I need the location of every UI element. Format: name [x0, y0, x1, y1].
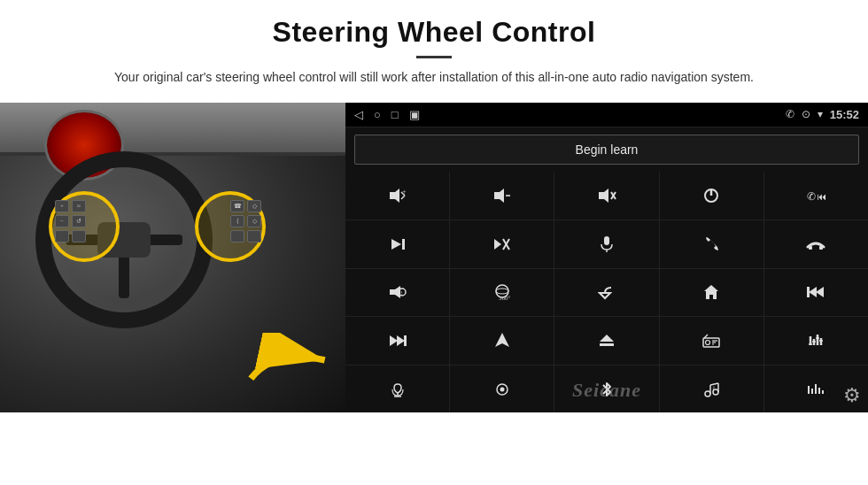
call-button[interactable] [660, 220, 763, 268]
svg-rect-36 [404, 335, 407, 346]
svg-marker-15 [391, 239, 401, 250]
svg-point-57 [500, 387, 504, 391]
yellow-arrow [244, 333, 332, 395]
sw-btn [72, 230, 86, 242]
back-nav-icon[interactable]: ◁ [354, 108, 363, 122]
svg-text:360°: 360° [499, 295, 511, 301]
page-title: Steering Wheel Control [53, 16, 815, 49]
360-button[interactable]: 360° [450, 269, 554, 317]
svg-rect-33 [807, 287, 810, 297]
status-bar: ◁ ○ □ ▣ ✆ ⊙ ▾ 15:52 [345, 103, 868, 127]
page-wrapper: Steering Wheel Control Your original car… [0, 0, 868, 485]
content-area: + ≈ − ↺ ☎ ◇ ⟨ ◇ [0, 103, 868, 485]
signal-icon: ▣ [409, 108, 420, 122]
fast-forward-button[interactable] [345, 317, 449, 365]
home-button[interactable] [660, 269, 763, 317]
location-status-icon: ⊙ [802, 108, 810, 121]
svg-marker-5 [494, 189, 504, 203]
mute-button[interactable] [554, 172, 658, 219]
svg-point-28 [496, 289, 508, 294]
hang-up-button[interactable] [764, 220, 868, 268]
vol-down-button[interactable]: − [450, 172, 554, 219]
svg-rect-51 [812, 341, 816, 343]
svg-text:♪: ♪ [712, 384, 716, 391]
mic-button[interactable] [554, 220, 658, 268]
eject-button[interactable] [554, 317, 658, 365]
svg-text:⏮: ⏮ [817, 191, 825, 202]
svg-marker-34 [390, 335, 398, 346]
btn-cluster-left: + ≈ − ↺ [55, 200, 86, 242]
svg-rect-22 [809, 246, 812, 250]
radio-ui: ◁ ○ □ ▣ ✆ ⊙ ▾ 15:52 Begin learn [345, 103, 868, 412]
horn-button[interactable]: ! [345, 269, 449, 317]
svg-rect-23 [819, 246, 823, 250]
settings2-button[interactable] [450, 366, 554, 413]
svg-point-58 [705, 391, 710, 396]
voice-button[interactable] [345, 366, 449, 413]
navigate-button[interactable] [450, 317, 554, 365]
svg-marker-38 [600, 335, 614, 342]
bluetooth-button[interactable] [554, 366, 658, 413]
header-section: Steering Wheel Control Your original car… [0, 0, 868, 94]
sw-btn: ⟨ [230, 215, 244, 227]
begin-learn-button[interactable]: Begin learn [354, 135, 859, 165]
svg-rect-52 [816, 337, 819, 339]
status-right: ✆ ⊙ ▾ 15:52 [786, 108, 859, 121]
equalizer-button[interactable] [764, 317, 868, 365]
skip-mute-button[interactable] [450, 220, 554, 268]
sw-btn: ◇ [247, 215, 261, 227]
sw-btn [230, 230, 244, 242]
control-grid: + − ✆⏮ [345, 172, 868, 412]
title-divider [416, 56, 452, 58]
svg-marker-32 [816, 287, 824, 297]
svg-marker-1 [390, 189, 399, 203]
svg-rect-20 [604, 236, 609, 245]
svg-text:✆: ✆ [807, 190, 816, 203]
svg-marker-30 [704, 285, 718, 299]
btn-cluster-right: ☎ ◇ ⟨ ◇ [230, 200, 261, 242]
svg-marker-31 [809, 287, 817, 297]
svg-point-41 [706, 340, 710, 344]
sw-btn: ↺ [72, 215, 86, 227]
sw-btn [55, 230, 69, 242]
begin-learn-wrap: Begin learn [345, 127, 868, 172]
svg-marker-35 [397, 335, 405, 346]
spoke-bottom [119, 254, 129, 298]
subtitle-text: Your original car's steering wheel contr… [89, 67, 779, 87]
home-nav-icon[interactable]: ○ [374, 108, 381, 122]
rewind-button[interactable] [764, 269, 868, 317]
vol-up-button[interactable]: + [345, 172, 449, 219]
sw-btn: + [55, 200, 69, 212]
car-image-area: + ≈ − ↺ ☎ ◇ ⟨ ◇ [0, 103, 345, 412]
svg-marker-8 [599, 189, 608, 203]
wifi-status-icon: ▾ [818, 108, 823, 121]
radio-button[interactable] [660, 317, 763, 365]
sw-btn [247, 230, 261, 242]
svg-text:!: ! [400, 289, 402, 296]
prev-track-phone-button[interactable]: ✆⏮ [764, 172, 868, 219]
recent-nav-icon[interactable]: □ [391, 108, 399, 122]
svg-text:−: − [507, 192, 511, 200]
svg-marker-17 [494, 239, 501, 250]
sw-btn: ◇ [247, 200, 261, 212]
svg-rect-39 [600, 343, 614, 346]
sw-btn: ☎ [230, 200, 244, 212]
next-button[interactable] [345, 220, 449, 268]
svg-line-3 [401, 196, 405, 199]
sw-btn: − [55, 215, 69, 227]
music-settings-button[interactable]: ♪ [660, 366, 763, 413]
power-button[interactable] [660, 172, 763, 219]
svg-rect-53 [819, 340, 823, 342]
phone-status-icon: ✆ [786, 108, 794, 121]
sw-btn: ≈ [72, 200, 86, 212]
status-left: ◁ ○ □ ▣ [354, 108, 420, 122]
gear-icon[interactable]: ⚙ [843, 384, 861, 407]
svg-rect-50 [809, 343, 812, 345]
svg-text:+: + [402, 188, 407, 196]
clock-display: 15:52 [830, 108, 859, 121]
svg-marker-37 [495, 333, 509, 347]
steering-bg: + ≈ − ↺ ☎ ◇ ⟨ ◇ [0, 103, 345, 412]
back-button[interactable] [554, 269, 658, 317]
svg-rect-16 [402, 239, 405, 250]
